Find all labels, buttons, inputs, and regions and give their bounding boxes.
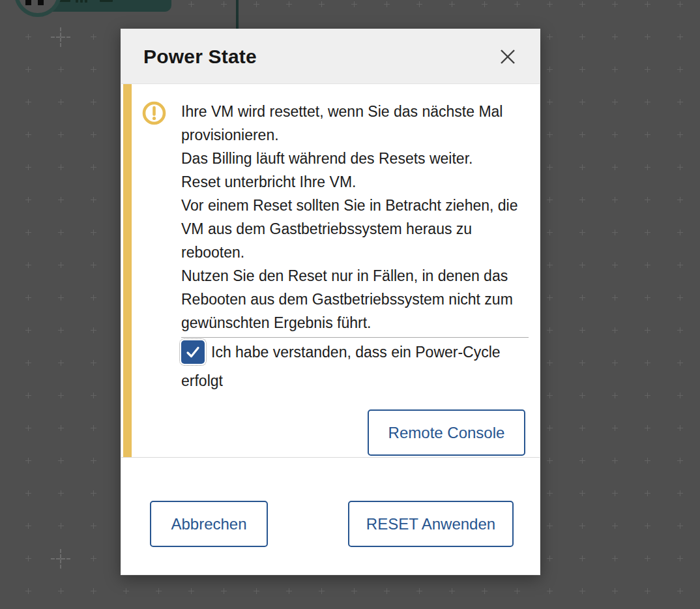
- grid-plus: [547, 34, 553, 40]
- grid-plus: [645, 360, 650, 366]
- grid-plus: [677, 490, 683, 496]
- node-dot: [25, 0, 31, 5]
- grid-plus: [677, 295, 683, 301]
- confirm-checkbox-label[interactable]: Ich habe verstanden, dass ein Power-Cycl…: [181, 344, 501, 389]
- grid-plus: [645, 132, 650, 138]
- node-bar-glyph: [80, 0, 83, 3]
- grid-plus: [58, 523, 64, 529]
- grid-plus: [677, 67, 683, 72]
- grid-plus: [645, 295, 650, 301]
- grid-plus: [547, 425, 553, 431]
- grid-plus: [286, 1, 292, 7]
- dialog-header: Power State: [121, 29, 540, 84]
- grid-plus: [579, 230, 585, 235]
- grid-plus: [612, 360, 618, 366]
- grid-plus: [25, 230, 31, 235]
- grid-plus: [547, 164, 553, 170]
- grid-plus: [514, 588, 520, 594]
- grid-plus: [58, 99, 64, 105]
- grid-plus: [25, 34, 31, 40]
- grid-plus: [384, 1, 390, 7]
- grid-plus: [91, 164, 96, 170]
- grid-plus: [677, 556, 683, 561]
- grid-plus: [319, 1, 325, 7]
- grid-plus: [91, 327, 96, 333]
- grid-plus: [91, 99, 96, 105]
- grid-plus: [91, 458, 96, 464]
- grid-plus: [416, 588, 422, 594]
- node-bar-glyph: [85, 0, 87, 3]
- grid-plus: [645, 34, 650, 40]
- grid-plus: [579, 523, 585, 529]
- grid-plus: [612, 1, 618, 7]
- grid-plus: [58, 164, 64, 170]
- grid-plus: [58, 393, 64, 398]
- confirm-checkbox[interactable]: [181, 340, 205, 364]
- grid-plus: [449, 1, 455, 7]
- grid-plus: [645, 1, 650, 7]
- grid-plus: [612, 99, 618, 105]
- grid-plus: [612, 67, 618, 72]
- grid-plus: [612, 588, 618, 594]
- grid-plus: [612, 164, 618, 170]
- node-bar-glyph: [59, 0, 70, 2]
- grid-plus: [58, 588, 64, 594]
- grid-plus: [25, 523, 31, 529]
- grid-plus: [482, 1, 488, 7]
- node-bar-glyph: [100, 0, 113, 2]
- grid-plus: [677, 34, 683, 40]
- grid-plus: [91, 523, 96, 529]
- remote-console-row: Remote Console: [181, 409, 529, 456]
- dialog-footer: Abbrechen RESET Anwenden: [121, 457, 540, 573]
- grid-plus: [612, 556, 618, 561]
- grid-plus: [547, 393, 553, 398]
- dialog-title: Power State: [143, 46, 257, 68]
- grid-plus: [645, 197, 650, 203]
- grid-plus: [612, 425, 618, 431]
- grid-plus: [677, 164, 683, 170]
- warning-alert: Ihre VM wird resettet, wenn Sie das näch…: [123, 84, 540, 457]
- grid-plus: [579, 164, 585, 170]
- grid-plus: [384, 588, 390, 594]
- grid-plus: [58, 327, 64, 333]
- grid-plus: [612, 490, 618, 496]
- diagram-node-bar[interactable]: [46, 0, 171, 12]
- grid-plus: [677, 393, 683, 398]
- alert-message: Ihre VM wird resettet, wenn Sie das näch…: [181, 100, 529, 334]
- grid-plus: [547, 197, 553, 203]
- close-button[interactable]: [497, 46, 519, 68]
- remote-console-button[interactable]: Remote Console: [368, 409, 525, 456]
- power-state-dialog: Power State Ihre VM wird resettet, wenn …: [121, 29, 540, 575]
- grid-plus: [123, 588, 129, 594]
- grid-plus: [25, 164, 31, 170]
- grid-plus: [612, 295, 618, 301]
- grid-plus: [25, 360, 31, 366]
- grid-plus: [547, 523, 553, 529]
- grid-plus: [579, 34, 585, 40]
- warning-circle-icon: [142, 101, 166, 128]
- grid-plus: [25, 197, 31, 203]
- grid-plus: [91, 132, 96, 138]
- reset-apply-button[interactable]: RESET Anwenden: [348, 501, 514, 547]
- grid-plus: [579, 132, 585, 138]
- grid-plus: [25, 327, 31, 333]
- grid-plus: [91, 425, 96, 431]
- grid-plus: [547, 327, 553, 333]
- alert-line: Reset unterbricht Ihre VM.: [181, 170, 529, 194]
- grid-plus: [645, 523, 650, 529]
- grid-plus: [612, 458, 618, 464]
- grid-plus: [58, 458, 64, 464]
- grid-plus: [25, 295, 31, 301]
- cancel-button[interactable]: Abbrechen: [150, 501, 268, 547]
- alert-content: Ihre VM wird resettet, wenn Sie das näch…: [181, 100, 529, 456]
- grid-plus: [156, 588, 162, 594]
- grid-plus: [58, 262, 64, 268]
- alert-divider: [181, 337, 529, 338]
- grid-plus: [579, 425, 585, 431]
- alert-line: Ihre VM wird resettet, wenn Sie das näch…: [181, 100, 529, 147]
- grid-plus: [25, 588, 31, 594]
- grid-plus: [58, 197, 64, 203]
- grid-plus: [514, 1, 520, 7]
- grid-plus: [58, 67, 64, 72]
- grid-plus: [677, 99, 683, 105]
